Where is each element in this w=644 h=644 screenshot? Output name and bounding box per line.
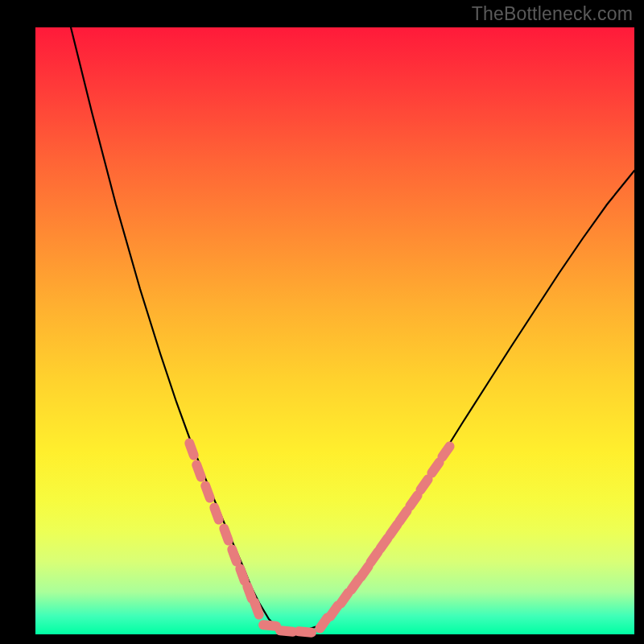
curve-marker bbox=[191, 459, 208, 483]
watermark-text: TheBottleneck.com bbox=[472, 3, 633, 25]
curve-marker bbox=[218, 522, 235, 547]
curve-marker bbox=[184, 437, 200, 461]
curve-marker bbox=[208, 502, 225, 526]
bottleneck-curve bbox=[71, 27, 634, 633]
chart-frame: TheBottleneck.com bbox=[0, 0, 644, 644]
plot-area bbox=[35, 27, 634, 634]
curve-marker bbox=[200, 480, 217, 504]
chart-svg bbox=[35, 27, 634, 634]
marker-group bbox=[184, 437, 456, 638]
curve-marker bbox=[436, 440, 456, 464]
